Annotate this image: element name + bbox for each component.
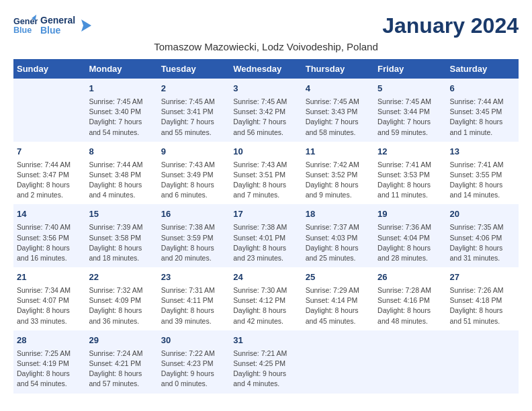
day-number: 9: [161, 146, 226, 158]
header-monday: Monday: [85, 59, 157, 79]
header-tuesday: Tuesday: [158, 59, 230, 79]
day-info-line: Daylight: 8 hours: [378, 306, 443, 316]
calendar-cell: 8Sunrise: 7:44 AMSunset: 3:48 PMDaylight…: [85, 142, 157, 205]
day-number: 21: [17, 271, 82, 284]
calendar-cell: 16Sunrise: 7:38 AMSunset: 3:59 PMDayligh…: [158, 204, 230, 267]
day-number: 14: [17, 208, 82, 221]
day-info-line: and 25 minutes.: [306, 253, 371, 263]
day-info-line: Sunrise: 7:40 AM: [17, 222, 82, 232]
calendar-cell: [302, 330, 374, 394]
day-info-line: Sunrise: 7:28 AM: [378, 285, 443, 295]
day-info-line: Daylight: 9 hours: [233, 369, 298, 379]
header-sunday: Sunday: [13, 59, 85, 79]
day-info-line: Sunrise: 7:45 AM: [233, 97, 298, 107]
calendar-cell: 12Sunrise: 7:41 AMSunset: 3:53 PMDayligh…: [374, 142, 446, 205]
calendar-cell: 2Sunrise: 7:45 AMSunset: 3:41 PMDaylight…: [158, 79, 230, 142]
day-number: 18: [306, 208, 371, 221]
calendar-week-row: 28Sunrise: 7:25 AMSunset: 4:19 PMDayligh…: [13, 330, 519, 394]
day-info-line: Sunset: 3:43 PM: [306, 107, 371, 117]
day-info-line: and 18 minutes.: [89, 253, 154, 263]
day-info-line: Sunrise: 7:30 AM: [233, 285, 298, 295]
day-info-line: Daylight: 8 hours: [233, 306, 298, 316]
day-number: 23: [161, 271, 226, 284]
day-info-line: and 4 minutes.: [89, 190, 154, 200]
day-info-line: and 6 minutes.: [161, 190, 226, 200]
day-info-line: and 36 minutes.: [89, 316, 154, 326]
day-info-line: Sunset: 3:53 PM: [378, 170, 443, 180]
day-info-line: and 48 minutes.: [378, 316, 443, 326]
day-info-line: Sunrise: 7:35 AM: [450, 222, 515, 232]
day-info-line: Sunrise: 7:25 AM: [17, 349, 82, 359]
day-info-line: Sunset: 3:55 PM: [450, 170, 515, 180]
day-info-line: and 51 minutes.: [450, 316, 515, 326]
calendar-cell: 15Sunrise: 7:39 AMSunset: 3:58 PMDayligh…: [85, 204, 157, 267]
day-number: 8: [89, 146, 154, 158]
day-info-line: Sunset: 4:19 PM: [17, 359, 82, 369]
svg-marker-3: [81, 19, 91, 32]
calendar-cell: 27Sunrise: 7:26 AMSunset: 4:18 PMDayligh…: [447, 267, 519, 330]
day-info-line: Sunset: 4:07 PM: [17, 295, 82, 306]
day-info-line: Daylight: 7 hours: [233, 117, 298, 127]
day-number: 31: [233, 334, 298, 347]
day-info-line: Sunset: 4:21 PM: [89, 359, 154, 369]
calendar-cell: 9Sunrise: 7:43 AMSunset: 3:49 PMDaylight…: [158, 142, 230, 205]
day-info-line: and 2 minutes.: [17, 190, 82, 200]
calendar-cell: 7Sunrise: 7:44 AMSunset: 3:47 PMDaylight…: [13, 142, 85, 205]
calendar-cell: 17Sunrise: 7:38 AMSunset: 4:01 PMDayligh…: [230, 204, 302, 267]
calendar-week-row: 7Sunrise: 7:44 AMSunset: 3:47 PMDaylight…: [13, 142, 519, 205]
header-friday: Friday: [374, 59, 446, 79]
day-number: 28: [17, 334, 82, 347]
calendar-cell: 24Sunrise: 7:30 AMSunset: 4:12 PMDayligh…: [230, 267, 302, 330]
day-number: 19: [378, 208, 443, 221]
day-info-line: Sunrise: 7:42 AM: [306, 160, 371, 170]
calendar-cell: 22Sunrise: 7:32 AMSunset: 4:09 PMDayligh…: [85, 267, 157, 330]
day-info-line: and 55 minutes.: [161, 128, 226, 138]
calendar-cell: 14Sunrise: 7:40 AMSunset: 3:56 PMDayligh…: [13, 204, 85, 267]
day-info-line: Sunrise: 7:45 AM: [378, 97, 443, 107]
svg-text:Blue: Blue: [13, 26, 32, 35]
day-info-line: and 57 minutes.: [89, 379, 154, 389]
calendar-cell: 5Sunrise: 7:45 AMSunset: 3:44 PMDaylight…: [374, 79, 446, 142]
day-number: 11: [306, 146, 371, 158]
calendar-cell: 25Sunrise: 7:29 AMSunset: 4:14 PMDayligh…: [302, 267, 374, 330]
day-number: 1: [89, 83, 154, 95]
day-number: 6: [450, 83, 515, 95]
day-number: 25: [306, 271, 371, 284]
day-info-line: Sunrise: 7:26 AM: [450, 285, 515, 295]
header-wednesday: Wednesday: [230, 59, 302, 79]
day-info-line: Daylight: 8 hours: [161, 306, 226, 316]
logo-blue: Blue: [40, 26, 75, 36]
day-info-line: Sunrise: 7:39 AM: [89, 222, 154, 232]
day-info-line: Sunrise: 7:44 AM: [89, 160, 154, 170]
calendar-cell: 10Sunrise: 7:43 AMSunset: 3:51 PMDayligh…: [230, 142, 302, 205]
calendar-cell: 28Sunrise: 7:25 AMSunset: 4:19 PMDayligh…: [13, 330, 85, 394]
day-info-line: and 56 minutes.: [233, 128, 298, 138]
day-info-line: Sunrise: 7:45 AM: [161, 97, 226, 107]
day-number: 24: [233, 271, 298, 284]
day-info-line: Sunset: 3:49 PM: [161, 170, 226, 180]
calendar-cell: 30Sunrise: 7:22 AMSunset: 4:23 PMDayligh…: [158, 330, 230, 394]
calendar-cell: 6Sunrise: 7:44 AMSunset: 3:45 PMDaylight…: [447, 79, 519, 142]
day-info-line: Sunset: 3:42 PM: [233, 107, 298, 117]
calendar-cell: [374, 330, 446, 394]
day-info-line: Sunrise: 7:24 AM: [89, 349, 154, 359]
day-info-line: and 45 minutes.: [306, 316, 371, 326]
day-number: 3: [233, 83, 298, 95]
day-info-line: and 39 minutes.: [161, 316, 226, 326]
calendar-cell: 23Sunrise: 7:31 AMSunset: 4:11 PMDayligh…: [158, 267, 230, 330]
logo-general: General: [40, 15, 75, 26]
day-info-line: Sunset: 4:25 PM: [233, 359, 298, 369]
calendar-week-row: 21Sunrise: 7:34 AMSunset: 4:07 PMDayligh…: [13, 267, 519, 330]
day-info-line: Sunrise: 7:38 AM: [233, 222, 298, 232]
day-info-line: and 11 minutes.: [378, 190, 443, 200]
day-info-line: and 16 minutes.: [17, 253, 82, 263]
day-info-line: Daylight: 8 hours: [378, 243, 443, 253]
day-number: 16: [161, 208, 226, 221]
day-number: 5: [378, 83, 443, 95]
day-info-line: Daylight: 8 hours: [161, 180, 226, 190]
day-info-line: and 1 minute.: [450, 128, 515, 138]
day-info-line: Sunrise: 7:44 AM: [450, 97, 515, 107]
calendar-cell: 19Sunrise: 7:36 AMSunset: 4:04 PMDayligh…: [374, 204, 446, 267]
day-number: 27: [450, 271, 515, 284]
calendar-cell: 11Sunrise: 7:42 AMSunset: 3:52 PMDayligh…: [302, 142, 374, 205]
